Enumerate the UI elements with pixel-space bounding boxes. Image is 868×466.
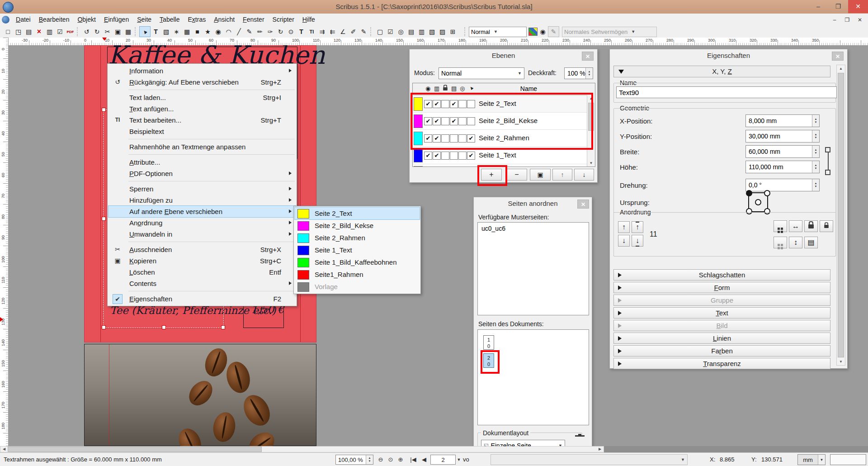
vertical-ruler[interactable]: 0102030405060708090100110120130140150160… [0, 38, 9, 446]
layer-row[interactable]: ✔ ✔ ✔ Seite 1_Text [413, 147, 595, 164]
print-checkbox[interactable]: ✔ [433, 134, 441, 143]
toggle-baseline-grid-icon[interactable]: ▧ [427, 27, 437, 37]
layer-color-swatch[interactable] [414, 132, 423, 145]
outline-checkbox[interactable] [458, 152, 467, 160]
drehung-spinner[interactable]: 0,0 °▲▼ [745, 179, 820, 191]
scroll-down-icon[interactable]: ▼ [837, 358, 845, 365]
close-document-icon[interactable]: × [34, 27, 44, 37]
layer-name[interactable]: Seite 1_Text [479, 151, 516, 159]
ctx-umwandeln-in[interactable]: Umwandeln in [108, 228, 296, 240]
new-document-icon[interactable]: □ [3, 27, 13, 37]
first-page-icon[interactable]: |◀ [408, 455, 419, 464]
print-checkbox[interactable]: ✔ [433, 100, 441, 108]
menu-tabelle[interactable]: Tabelle [156, 14, 184, 26]
story-editor-icon[interactable]: TI [307, 27, 317, 37]
menu-bearbeiten[interactable]: Bearbeiten [35, 14, 74, 26]
current-page-field[interactable]: 2 [430, 455, 456, 465]
resize-handle-mid-left[interactable] [102, 217, 106, 221]
origin-top-left[interactable] [746, 190, 752, 196]
flip-horizontal-button[interactable]: ↔ [789, 220, 802, 232]
visible-checkbox[interactable]: ✔ [424, 117, 432, 125]
ctx-beispieltext[interactable]: Beispieltext [108, 126, 296, 137]
toggle-print-item-button[interactable]: ▤ [804, 237, 818, 248]
undo-icon[interactable]: ↺ [81, 27, 92, 37]
item-name-input[interactable] [616, 86, 837, 98]
insert-line-icon[interactable]: ╱ [234, 27, 244, 37]
resize-handle-top-left[interactable] [102, 108, 106, 112]
section-farben[interactable]: Farben [613, 345, 830, 357]
breite-spinner[interactable]: 60,000 mm▲▼ [745, 145, 820, 158]
eye-dropper-icon[interactable]: ✎ [359, 27, 369, 37]
select-checkbox[interactable]: ✔ [467, 134, 475, 143]
toggle-text-chains-icon[interactable]: ▨ [437, 27, 448, 37]
insert-polygon-icon[interactable]: ★ [203, 27, 213, 37]
layer-color-swatch[interactable] [414, 149, 423, 162]
edit-contents-icon[interactable]: T [296, 27, 307, 37]
lock-size-button[interactable] [820, 220, 833, 232]
ctx-kopieren[interactable]: ▣KopierenStrg+C [108, 255, 296, 266]
current-layer-select[interactable]: ▼ [491, 454, 688, 465]
textflow-checkbox[interactable]: ✔ [450, 100, 458, 108]
insert-calligraphic-line-icon[interactable]: ✑ [265, 27, 275, 37]
section-form[interactable]: Form [613, 282, 830, 293]
menu-seite[interactable]: Seite [133, 14, 156, 26]
measurements-icon[interactable]: ∠ [338, 27, 348, 37]
section-transparenz[interactable]: Transparenz [613, 358, 830, 369]
menu-datei[interactable]: Datei [12, 14, 35, 26]
ctx-loeschen[interactable]: LöschenEntf [108, 266, 296, 278]
close-button[interactable]: ✕ [848, 0, 868, 13]
group-items-button[interactable] [774, 220, 787, 232]
horizontal-ruler[interactable]: -30-20-100102030405060708090100110120130… [8, 38, 868, 46]
layer-name[interactable]: Seite 2_Text [479, 100, 516, 107]
flip-vertical-button[interactable]: ↕ [789, 237, 802, 248]
hoehe-spinner[interactable]: 110,000 mm▲▼ [745, 161, 820, 173]
seiten-close-icon[interactable]: ✕ [577, 200, 589, 209]
submenu-seite1-text[interactable]: Seite 1_Text [295, 244, 420, 256]
edit-in-preview-icon[interactable]: ✎ [548, 26, 559, 37]
layer-color-swatch[interactable] [414, 166, 423, 167]
ebenen-panel-titlebar[interactable]: Ebenen [410, 49, 597, 62]
outline-checkbox[interactable] [458, 134, 467, 143]
duplicate-layer-button[interactable]: ▣ [530, 169, 551, 181]
rotate-item-icon[interactable]: ↻ [275, 27, 286, 37]
insert-table-icon[interactable]: ▦ [182, 27, 192, 37]
ctx-contents[interactable]: Contents [108, 278, 296, 289]
mdi-close-button[interactable]: ✕ [854, 15, 866, 25]
layer-name[interactable]: Seite 2_Rahmen [479, 134, 529, 142]
previous-page-icon[interactable]: ◀ [420, 455, 429, 464]
copy-item-properties-icon[interactable]: ✐ [348, 27, 359, 37]
submenu-seite1-bild-kaffeebohnen[interactable]: Seite 1_Bild_Kaffeebohnen [295, 256, 420, 268]
zoom-tool-icon[interactable]: ⊙ [286, 27, 296, 37]
textflow-checkbox[interactable] [450, 152, 458, 160]
seiten-panel-titlebar[interactable]: Seiten anordnen [474, 197, 592, 210]
insert-bezier-curve-icon[interactable]: ✎ [244, 27, 255, 37]
ctx-rahmenhoehe-anpassen[interactable]: Rahmenhöhe an Textmenge anpassen [108, 141, 296, 152]
layer-row[interactable] [413, 164, 595, 167]
raise-to-top-button[interactable]: ↑ [632, 221, 643, 233]
render-mode-select[interactable]: Normal▼ [469, 27, 527, 37]
insert-render-frame-icon[interactable]: ∗ [171, 27, 182, 37]
textflow-checkbox[interactable] [450, 134, 458, 143]
print-checkbox[interactable]: ✔ [433, 152, 441, 160]
menu-einfuegen[interactable]: Einfügen [100, 14, 133, 26]
unlink-text-frames-icon[interactable]: ⇇ [327, 27, 338, 37]
resize-handle-bottom-center[interactable] [162, 325, 166, 329]
ctx-eigenschaften[interactable]: ✔EigenschaftenF2 [108, 293, 296, 304]
export-pdf-icon[interactable]: PDF [65, 27, 75, 37]
open-document-icon[interactable]: ◳ [13, 27, 24, 37]
ctx-information[interactable]: Information [108, 65, 296, 76]
zoom-reset-icon[interactable]: ⊙ [386, 455, 395, 464]
ctx-text-anfuegen[interactable]: Text anfügen... [108, 103, 296, 114]
x-position-spinner[interactable]: 8,000 mm▲▼ [745, 114, 820, 127]
modus-select[interactable]: Normal▼ [439, 67, 524, 79]
insert-arc-icon[interactable]: ◠ [223, 27, 234, 37]
preview-mode-icon[interactable]: ◉ [538, 27, 548, 37]
submenu-seite2-rahmen[interactable]: Seite 2_Rahmen [295, 232, 420, 244]
origin-center[interactable] [755, 199, 761, 205]
lock-item-button[interactable] [804, 220, 818, 232]
select-item-icon[interactable]: ▲ [138, 24, 152, 39]
scroll-left-icon[interactable]: ◀ [0, 447, 8, 452]
scroll-down-icon[interactable]: ▼ [587, 160, 595, 166]
outline-checkbox[interactable] [458, 100, 467, 108]
toggle-grid-icon[interactable]: ◎ [396, 27, 406, 37]
